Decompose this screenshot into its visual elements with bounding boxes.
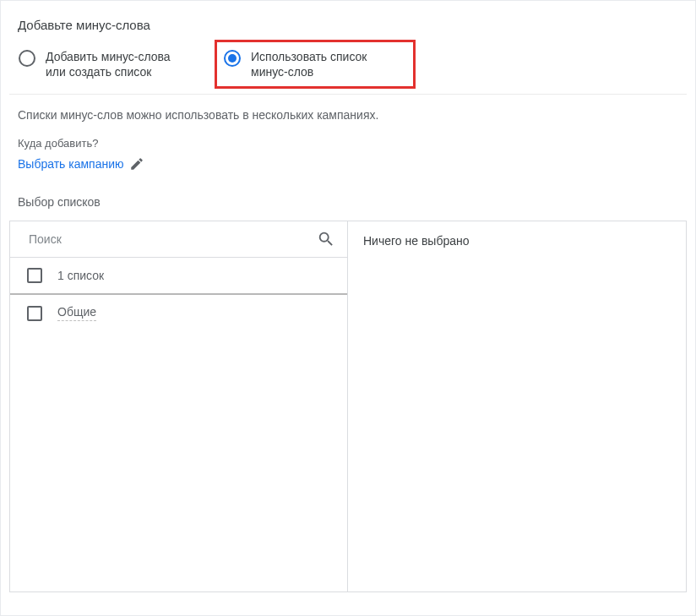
empty-selection-text: Ничего не выбрано bbox=[363, 234, 470, 248]
radio-use-list[interactable]: Использовать список минус-слов bbox=[215, 40, 416, 89]
radio-label: Использовать список минус-слов bbox=[251, 49, 394, 79]
panel-title: Добавьте минус-слова bbox=[18, 18, 687, 32]
radio-add-or-create[interactable]: Добавить минус-слова или создать список bbox=[17, 47, 191, 81]
where-label: Куда добавить? bbox=[18, 137, 687, 150]
radio-unchecked-icon bbox=[19, 50, 35, 67]
lists-left-pane: 1 список Общие bbox=[10, 221, 348, 591]
lists-frame: 1 список Общие Ничего не выбрано bbox=[9, 221, 687, 592]
radio-label: Добавить минус-слова или создать список bbox=[46, 49, 189, 79]
list-item-checkbox[interactable] bbox=[27, 306, 42, 321]
lists-header-row: 1 список bbox=[10, 258, 347, 295]
list-item-label: Общие bbox=[57, 305, 96, 321]
search-input[interactable] bbox=[27, 232, 317, 247]
lists-right-pane: Ничего не выбрано bbox=[348, 221, 686, 591]
radio-checked-icon bbox=[224, 50, 241, 67]
campaign-selector[interactable]: Выбрать кампанию bbox=[18, 156, 687, 172]
negative-keywords-panel: Добавьте минус-слова Добавить минус-слов… bbox=[0, 0, 696, 616]
search-icon[interactable] bbox=[317, 230, 335, 248]
info-text: Списки минус-слов можно использовать в н… bbox=[18, 108, 687, 122]
select-all-checkbox[interactable] bbox=[27, 268, 42, 283]
lists-count: 1 список bbox=[57, 269, 104, 282]
mode-radio-group: Добавить минус-слова или создать список … bbox=[9, 47, 687, 95]
campaign-link: Выбрать кампанию bbox=[18, 157, 124, 171]
search-row bbox=[10, 221, 347, 258]
pencil-icon bbox=[129, 156, 144, 172]
list-item[interactable]: Общие bbox=[10, 295, 347, 331]
lists-label: Выбор списков bbox=[18, 195, 687, 209]
